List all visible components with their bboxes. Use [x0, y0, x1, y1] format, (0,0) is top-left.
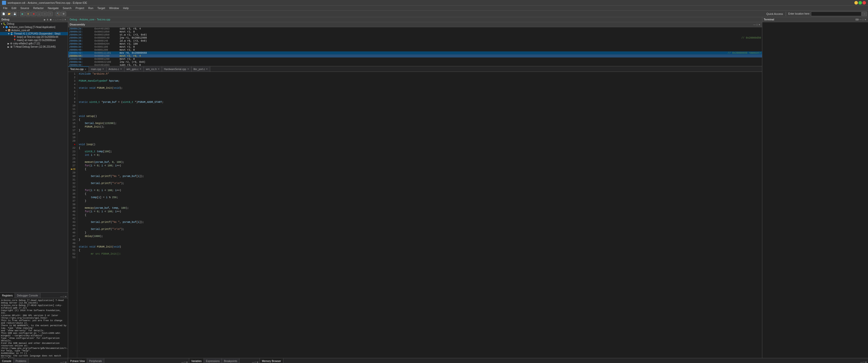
vars-close[interactable]: ✕ [257, 361, 259, 363]
debug-stepreturn-icon[interactable]: ↑ [57, 19, 59, 21]
console-minimize[interactable]: — [60, 361, 63, 363]
breadcrumb-debug[interactable]: Debug [70, 18, 77, 21]
tree-item-main[interactable]: 📍 main() at main.cpp:23 0x20000cee [0, 39, 68, 42]
toolbar-new[interactable]: 📄 [1, 11, 6, 16]
disasm-row[interactable]: 20000c48:0x00001200movt r2, 0 [68, 58, 762, 61]
pctrace-minimize[interactable]: — [181, 361, 184, 363]
toolbar-debug-stop[interactable]: ⏹ [31, 11, 36, 16]
toolbar-step-over[interactable]: → [42, 11, 47, 16]
toolbar-build[interactable]: 🔨 [56, 11, 61, 16]
toolbar-settings[interactable]: ⚙ [61, 11, 66, 16]
debug-stop-icon[interactable]: ⏹ [50, 19, 52, 21]
disasm-minimize[interactable]: — [753, 24, 756, 26]
disasm-row-highlighted[interactable]: 20000c42:0x000111101mov r0, 0x20000668 /… [68, 52, 762, 55]
register-maximize[interactable]: □ [63, 295, 64, 298]
menu-refactor[interactable]: Refactor [31, 6, 46, 10]
menu-project[interactable]: Project [73, 6, 86, 10]
console-maximize[interactable]: □ [63, 361, 64, 363]
disasm-row[interactable]: 20000c4e:0xe4401003subt r3, r3, 8 [68, 64, 762, 66]
tab-close-main[interactable]: ✕ [102, 68, 104, 70]
tab-peripherals[interactable]: Peripherals [87, 359, 104, 363]
term-close[interactable]: ✕ [865, 19, 867, 21]
tree-item-loop[interactable]: 📍 loop() at Test.ino.cpp:20 0x20000c44 [0, 35, 68, 39]
tab-libc[interactable]: libc_port.c ✕ [191, 67, 211, 72]
tree-item-debug[interactable]: ▼ 🐛 Debug [0, 22, 68, 26]
menu-window[interactable]: Window [107, 6, 121, 10]
tab-breakpoints[interactable]: Breakpoints [222, 359, 240, 363]
tab-arduino-c[interactable]: Arduino.c ✕ [106, 67, 124, 72]
menu-run[interactable]: Run [86, 6, 95, 10]
memory-close[interactable]: ✕ [865, 361, 867, 363]
disasm-row[interactable]: 20000c36:0x00000140lnw r1, 0x20012998 //… [68, 36, 762, 39]
pctrace-close[interactable]: ✕ [186, 361, 188, 363]
disasm-maximize[interactable]: □ [756, 24, 758, 26]
disasm-close[interactable]: ✕ [758, 24, 761, 26]
tab-test-ino[interactable]: Test.ino.cpp ✕ [68, 67, 89, 72]
tab-close-rcc[interactable]: ✕ [158, 68, 160, 70]
vars-minimize[interactable]: — [252, 361, 254, 363]
tab-expressions[interactable]: Expressions [204, 359, 222, 363]
debug-resume-icon[interactable]: ▶ [44, 19, 46, 21]
console-close[interactable]: ✕ [65, 361, 67, 363]
disasm-row[interactable]: 20000c2e:0xe4401003subt r3, r0, 4 [68, 27, 762, 30]
tab-close-test[interactable]: ✕ [85, 68, 87, 71]
tree-item-server[interactable]: ▶ 🖥 T-Head Debug Server (12.06.231445) [0, 45, 68, 48]
menu-file[interactable]: File [1, 6, 9, 10]
debug-suspend-icon[interactable]: ⏸ [46, 19, 49, 21]
code-content[interactable]: #include "arduino.h" PSRAM_HandleTypeDef… [77, 72, 762, 358]
minimize-button[interactable] [855, 1, 858, 4]
tree-item-thread[interactable]: ▼ 🧵 Thread #1 1 (CPU#0) (Suspended : Ste… [0, 32, 68, 35]
tab-close-hwserial[interactable]: ✕ [187, 68, 189, 70]
register-minimize[interactable]: — [60, 295, 63, 298]
tab-close-arduino[interactable]: ✕ [120, 68, 122, 70]
tab-close-gpio[interactable]: ✕ [140, 68, 142, 70]
tab-debugger-console[interactable]: Debugger Console [15, 293, 40, 298]
breadcrumb-ws[interactable]: Arduino_core [80, 18, 94, 21]
disasm-row[interactable]: 20000c4a:0x000022100lnw r2, (r0, 0x0) [68, 61, 762, 64]
disasm-row[interactable]: 20000c40:0x0001200movt r2, 0 [68, 48, 762, 52]
menu-target[interactable]: Target [95, 6, 107, 10]
tab-wm-gpio[interactable]: wm_gpio.c ✕ [124, 67, 144, 72]
close-button[interactable] [863, 1, 866, 4]
toolbar-debug-suspend[interactable]: ⏸ [26, 11, 31, 16]
tree-item-app[interactable]: ▼ 🔷 Arduino_core Debug [T-Head Applicati… [0, 26, 68, 29]
tab-wm-rcc[interactable]: wm_rcc.h ✕ [144, 67, 162, 72]
disasm-row[interactable]: 20000c38:0x0000140ld.w r0, (r3, 0x0) [68, 39, 762, 42]
debug-stepover-icon[interactable]: → [53, 19, 55, 21]
tree-item-elf[interactable]: ▼ 📦 Arduino_core.elf [0, 29, 68, 32]
toolbar-step-into[interactable]: ↓ [37, 11, 42, 16]
tab-main-cpp[interactable]: main.cpp ✕ [89, 67, 106, 72]
toolbar-debug-resume[interactable]: ▶ [20, 11, 25, 16]
register-close[interactable]: ✕ [65, 295, 67, 298]
disasm-row[interactable]: 20000c34:0x000310b0st.w r2, (r3, 0x0) [68, 33, 762, 36]
disasm-row[interactable]: 20000c3a:0x000b0264movt r2, 100 [68, 42, 762, 45]
toolbar-open[interactable]: 📂 [6, 11, 11, 16]
toolbar-goto[interactable]: → [862, 11, 867, 16]
tab-registers[interactable]: Registers [0, 293, 15, 298]
tab-variables[interactable]: Variables [189, 359, 204, 363]
term-icon1[interactable]: ⌨ [856, 19, 859, 21]
tab-memory[interactable]: Memory Browser [260, 359, 283, 363]
breadcrumb-file[interactable]: Test.ino.cpp [97, 18, 110, 21]
memory-minimize[interactable]: — [861, 361, 863, 363]
tab-hwserial[interactable]: HardwareSerial.cpp ✕ [162, 67, 191, 72]
debug-stepinto-icon[interactable]: ↓ [56, 19, 57, 21]
term-maximize[interactable]: □ [863, 19, 864, 21]
disasm-row-current[interactable]: 20000c44:0x00001200movt r2, r0, 4 [68, 55, 762, 58]
tree-item-gdb[interactable]: ▶ ⚙ csky-elfabiv2-gdb (7.12) [0, 42, 68, 45]
tab-pctrace[interactable]: Pctrace View [68, 359, 87, 363]
menu-edit[interactable]: Edit [9, 6, 19, 10]
maximize-button[interactable] [859, 1, 862, 4]
disasm-row[interactable]: 20000c32:0x000310b0movt r2, 0 [68, 30, 762, 33]
memory-maximize[interactable]: □ [863, 361, 865, 363]
disasm-row[interactable]: 20000c3e:0x0001100movt r2, 0 [68, 45, 762, 48]
toolbar-step-return[interactable]: ↑ [48, 11, 53, 16]
toolbar-save[interactable]: 💾 [12, 11, 17, 16]
menu-source[interactable]: Source [19, 6, 31, 10]
debug-close-icon[interactable]: ✕ [64, 19, 66, 21]
tab-problems[interactable]: Problems [13, 359, 29, 363]
tab-console[interactable]: Console [0, 359, 13, 363]
tab-close-libc[interactable]: ✕ [206, 68, 208, 70]
vars-maximize[interactable]: □ [255, 361, 256, 363]
menu-navigate[interactable]: Navigate [46, 6, 61, 10]
